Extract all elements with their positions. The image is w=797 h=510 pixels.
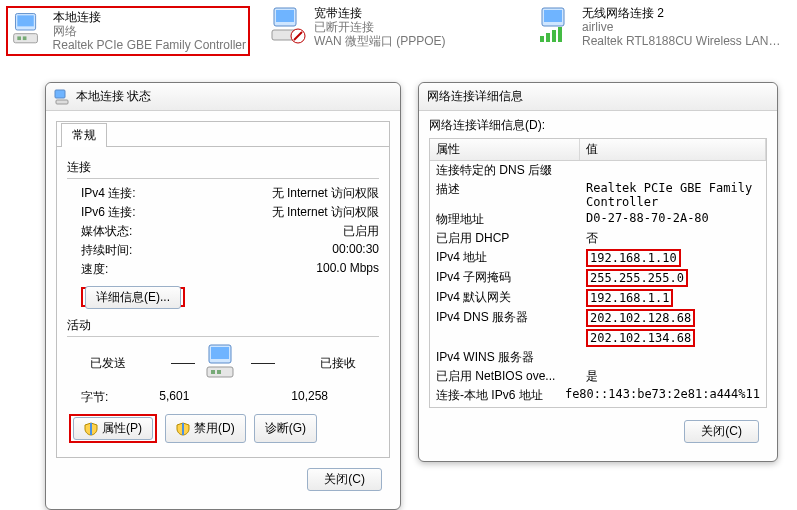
details-value: 是 — [580, 367, 766, 386]
svg-rect-19 — [211, 347, 229, 359]
details-dialog-title[interactable]: 网络连接详细信息 — [419, 83, 777, 111]
kv-key: 速度: — [67, 261, 108, 278]
recv-label: 已接收 — [320, 355, 356, 372]
details-row[interactable]: IPv4 DNS 服务器202.102.128.68 — [430, 308, 766, 328]
kv-key: IPv4 连接: — [67, 185, 136, 202]
network-adapter-icon — [268, 6, 308, 46]
kv-key: 持续时间: — [67, 242, 132, 259]
details-value: 202.102.134.68 — [580, 328, 766, 348]
details-row[interactable]: 连接特定的 DNS 后缀 — [430, 161, 766, 180]
details-row[interactable]: 已启用 NetBIOS ove...是 — [430, 367, 766, 386]
uac-shield-icon — [176, 422, 190, 436]
dialog-title-text: 网络连接详细信息 — [427, 88, 523, 105]
details-row[interactable]: 物理地址D0-27-88-70-2A-80 — [430, 210, 766, 229]
conn-sub: airlive — [582, 20, 782, 34]
details-value: 否 — [580, 229, 766, 248]
disable-button[interactable]: 禁用(D) — [165, 414, 246, 443]
kv-key: IPv6 连接: — [67, 204, 136, 221]
details-row[interactable]: IPv4 子网掩码255.255.255.0 — [430, 268, 766, 288]
details-row[interactable]: IPv6 默认网关 — [430, 405, 766, 408]
details-key: 已启用 DHCP — [430, 229, 580, 248]
kv-key: 媒体状态: — [67, 223, 132, 240]
svg-rect-22 — [217, 370, 221, 374]
bytes-received: 10,258 — [291, 389, 328, 406]
bytes-label: 字节: — [67, 389, 108, 406]
section-connection: 连接 — [67, 159, 379, 176]
details-value: 192.168.1.1 — [580, 288, 766, 308]
svg-rect-12 — [540, 36, 544, 42]
details-value: 255.255.255.0 — [580, 268, 766, 288]
diagnose-button-label: 诊断(G) — [265, 420, 306, 437]
details-value: 192.168.1.10 — [580, 248, 766, 268]
wireless-adapter-icon — [536, 6, 576, 46]
details-key: 描述 — [430, 180, 580, 210]
kv-value: 无 Internet 访问权限 — [272, 185, 379, 202]
kv-value: 已启用 — [343, 223, 379, 240]
details-row[interactable]: 已启用 DHCP否 — [430, 229, 766, 248]
details-value: Realtek PCIe GBE Family Controller — [580, 180, 766, 210]
conn-item-broadband[interactable]: 宽带连接 已断开连接 WAN 微型端口 (PPPOE) — [268, 6, 518, 56]
svg-rect-16 — [55, 90, 65, 98]
details-row[interactable]: IPv4 默认网关192.168.1.1 — [430, 288, 766, 308]
details-key — [430, 328, 580, 348]
kv-value: 00:00:30 — [332, 242, 379, 259]
network-adapter-icon — [10, 10, 47, 50]
close-button[interactable]: 关闭(C) — [307, 468, 382, 491]
details-listview[interactable]: 属性 值 连接特定的 DNS 后缀描述Realtek PCIe GBE Fami… — [429, 138, 767, 408]
details-value: D0-27-88-70-2A-80 — [580, 210, 766, 229]
conn-name: 宽带连接 — [314, 6, 446, 20]
conn-item-local[interactable]: 本地连接 网络 Realtek PCIe GBE Family Controll… — [6, 6, 250, 56]
details-header-label: 网络连接详细信息(D): — [429, 117, 767, 134]
col-property[interactable]: 属性 — [430, 139, 580, 160]
dash-separator: —— — [171, 356, 195, 370]
svg-rect-17 — [56, 100, 68, 104]
properties-button[interactable]: 属性(P) — [73, 417, 153, 440]
svg-rect-15 — [558, 27, 562, 42]
col-value[interactable]: 值 — [580, 139, 766, 160]
details-value — [580, 348, 766, 367]
details-button[interactable]: 详细信息(E)... — [85, 286, 181, 309]
svg-rect-13 — [546, 33, 550, 42]
details-dialog: 网络连接详细信息 网络连接详细信息(D): 属性 值 连接特定的 DNS 后缀描… — [418, 82, 778, 462]
close-button[interactable]: 关闭(C) — [684, 420, 759, 443]
conn-name: 本地连接 — [53, 10, 246, 24]
details-key: IPv4 地址 — [430, 248, 580, 268]
svg-rect-21 — [211, 370, 215, 374]
status-dialog-title[interactable]: 本地连接 状态 — [46, 83, 400, 111]
dialog-title-text: 本地连接 状态 — [76, 88, 151, 105]
status-dialog: 本地连接 状态 常规 连接 IPv4 连接:无 Internet 访问权限 IP… — [45, 82, 401, 510]
details-value — [580, 405, 766, 408]
svg-rect-6 — [276, 10, 294, 22]
details-key: 物理地址 — [430, 210, 580, 229]
svg-rect-4 — [23, 36, 27, 40]
details-value: fe80::143:be73:2e81:a444%11 — [559, 386, 766, 405]
details-value — [580, 161, 766, 180]
details-key: IPv6 默认网关 — [430, 405, 580, 408]
network-activity-icon — [199, 343, 247, 383]
svg-rect-1 — [17, 15, 33, 26]
details-value: 202.102.128.68 — [580, 308, 766, 328]
details-row[interactable]: 202.102.134.68 — [430, 328, 766, 348]
conn-item-wireless[interactable]: 无线网络连接 2 airlive Realtek RTL8188CU Wirel… — [536, 6, 786, 56]
network-adapter-icon — [54, 89, 70, 105]
dash-separator: —— — [251, 356, 275, 370]
details-key: IPv4 WINS 服务器 — [430, 348, 580, 367]
properties-button-label: 属性(P) — [102, 420, 142, 437]
svg-rect-11 — [544, 10, 562, 22]
diagnose-button[interactable]: 诊断(G) — [254, 414, 317, 443]
details-key: 连接-本地 IPv6 地址 — [430, 386, 559, 405]
bytes-sent: 5,601 — [159, 389, 189, 406]
conn-sub: 已断开连接 — [314, 20, 446, 34]
details-key: IPv4 DNS 服务器 — [430, 308, 580, 328]
tab-general[interactable]: 常规 — [61, 123, 107, 147]
conn-device: WAN 微型端口 (PPPOE) — [314, 34, 446, 48]
details-key: IPv4 默认网关 — [430, 288, 580, 308]
details-row[interactable]: IPv4 WINS 服务器 — [430, 348, 766, 367]
sent-label: 已发送 — [90, 355, 126, 372]
details-row[interactable]: 描述Realtek PCIe GBE Family Controller — [430, 180, 766, 210]
details-row[interactable]: IPv4 地址192.168.1.10 — [430, 248, 766, 268]
connections-row: 本地连接 网络 Realtek PCIe GBE Family Controll… — [0, 0, 797, 74]
conn-device: Realtek PCIe GBE Family Controller — [53, 38, 246, 52]
details-row[interactable]: 连接-本地 IPv6 地址fe80::143:be73:2e81:a444%11 — [430, 386, 766, 405]
details-key: 已启用 NetBIOS ove... — [430, 367, 580, 386]
